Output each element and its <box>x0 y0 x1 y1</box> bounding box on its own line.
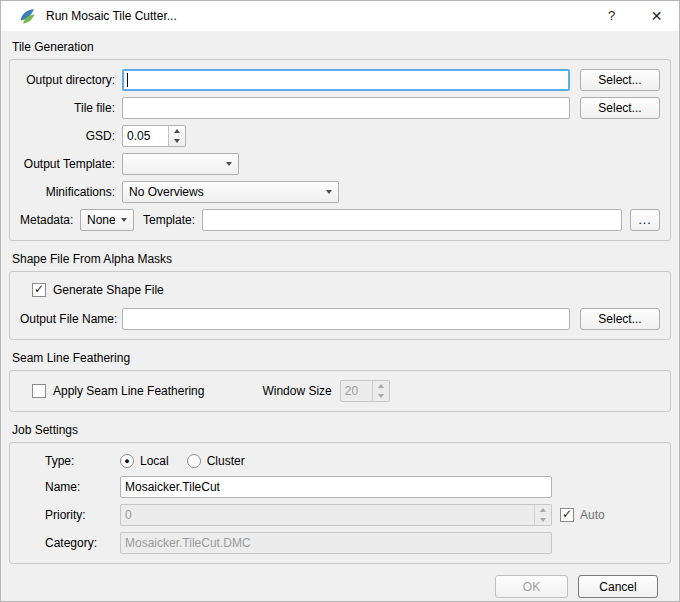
tile-file-row: Tile file: Select... <box>20 97 660 119</box>
radio-local-label[interactable]: Local <box>140 454 169 468</box>
job-name-input[interactable] <box>120 476 552 498</box>
group-seam-line: Seam Line Feathering Apply Seam Line Fea… <box>9 351 671 412</box>
output-directory-input[interactable] <box>122 69 570 91</box>
gsd-row: GSD: 0.05 <box>20 125 660 147</box>
metadata-row: Metadata: None Template: ... <box>20 209 660 231</box>
output-template-select[interactable] <box>122 153 239 175</box>
group-tile-generation: Tile Generation Output directory: Select… <box>9 40 671 241</box>
template-label: Template: <box>143 213 195 227</box>
minifications-select[interactable]: No Overviews <box>122 181 339 203</box>
group-box-shape-file: ✓ Generate Shape File Output File Name: … <box>9 271 671 340</box>
apply-seam-line-label: Apply Seam Line Feathering <box>53 384 204 398</box>
spin-up-icon <box>373 381 389 391</box>
radio-local[interactable]: ● <box>120 454 134 468</box>
chevron-down-icon <box>226 162 232 166</box>
tile-file-select-button[interactable]: Select... <box>580 97 660 119</box>
job-priority-input: 0 <box>120 504 552 526</box>
job-type-label: Type: <box>45 454 120 468</box>
priority-spin-buttons <box>534 505 551 525</box>
metadata-value: None <box>87 213 115 227</box>
app-logo-icon <box>19 8 36 25</box>
chevron-down-icon <box>121 218 127 222</box>
job-priority-row: Priority: 0 ✓ Auto <box>20 504 660 526</box>
group-job-settings: Job Settings Type: ● Local Cluster Name: <box>9 423 671 564</box>
output-directory-select-button[interactable]: Select... <box>580 69 660 91</box>
auto-priority-label: Auto <box>580 508 605 522</box>
minifications-label: Minifications: <box>20 185 122 199</box>
generate-shape-file-checkbox[interactable]: ✓ <box>32 283 46 297</box>
text-caret <box>127 73 128 87</box>
group-box-tile-generation: Output directory: Select... Tile file: S… <box>9 59 671 241</box>
group-title-shape-file: Shape File From Alpha Masks <box>12 252 671 266</box>
tile-file-input[interactable] <box>122 97 570 119</box>
group-box-seam-line: Apply Seam Line Feathering Window Size 2… <box>9 370 671 412</box>
dialog-content: Tile Generation Output directory: Select… <box>1 31 679 602</box>
help-button[interactable]: ? <box>589 1 634 31</box>
output-file-name-row: Output File Name: Select... <box>20 308 660 330</box>
metadata-label: Metadata: <box>20 213 80 227</box>
group-title-tile-generation: Tile Generation <box>12 40 671 54</box>
spin-up-icon[interactable] <box>169 126 185 136</box>
group-shape-file: Shape File From Alpha Masks ✓ Generate S… <box>9 252 671 340</box>
radio-dot-icon: ● <box>124 456 129 465</box>
titlebar: Run Mosaic Tile Cutter... ? ✕ <box>1 1 679 31</box>
output-template-label: Output Template: <box>20 157 122 171</box>
dialog-footer: OK Cancel <box>9 575 671 602</box>
generate-shape-file-row: ✓ Generate Shape File <box>20 281 660 299</box>
job-name-row: Name: <box>20 476 660 498</box>
gsd-spinner[interactable]: 0.05 <box>122 125 186 147</box>
output-directory-row: Output directory: Select... <box>20 69 660 91</box>
output-template-row: Output Template: <box>20 153 660 175</box>
apply-seam-line-checkbox[interactable] <box>32 384 46 398</box>
job-priority-value: 0 <box>125 508 534 522</box>
cancel-button[interactable]: Cancel <box>578 575 658 598</box>
window-title: Run Mosaic Tile Cutter... <box>46 9 589 23</box>
spin-up-icon <box>535 505 551 515</box>
template-browse-button[interactable]: ... <box>630 209 660 231</box>
tile-file-label: Tile file: <box>20 101 122 115</box>
ok-button[interactable]: OK <box>495 575 568 598</box>
window-size-value: 20 <box>341 381 372 401</box>
check-icon: ✓ <box>34 283 44 295</box>
output-directory-label: Output directory: <box>20 73 122 87</box>
window-size-label: Window Size <box>262 384 331 398</box>
group-title-job-settings: Job Settings <box>12 423 671 437</box>
job-category-input <box>120 532 552 554</box>
template-input[interactable] <box>202 209 622 231</box>
chevron-down-icon <box>326 190 332 194</box>
spin-down-icon[interactable] <box>169 136 185 146</box>
gsd-spin-buttons <box>168 126 185 146</box>
spin-down-icon <box>535 515 551 525</box>
radio-cluster[interactable] <box>187 454 201 468</box>
check-icon: ✓ <box>562 508 572 520</box>
gsd-label: GSD: <box>20 129 122 143</box>
job-category-label: Category: <box>45 536 120 550</box>
output-file-name-label: Output File Name: <box>20 312 122 326</box>
job-name-label: Name: <box>45 480 120 494</box>
group-title-seam-line: Seam Line Feathering <box>12 351 671 365</box>
metadata-select[interactable]: None <box>80 209 134 231</box>
group-box-job-settings: Type: ● Local Cluster Name: Priority: <box>9 442 671 564</box>
auto-priority-checkbox[interactable]: ✓ <box>560 508 574 522</box>
output-file-name-input[interactable] <box>122 308 570 330</box>
seam-line-row: Apply Seam Line Feathering Window Size 2… <box>20 380 660 402</box>
close-button[interactable]: ✕ <box>634 1 679 31</box>
radio-cluster-label[interactable]: Cluster <box>207 454 245 468</box>
window-size-spinner: 20 <box>340 380 390 402</box>
output-file-name-select-button[interactable]: Select... <box>580 308 660 330</box>
job-priority-label: Priority: <box>45 508 120 522</box>
gsd-value: 0.05 <box>123 126 168 146</box>
run-mosaic-tile-cutter-dialog: Run Mosaic Tile Cutter... ? ✕ Tile Gener… <box>0 0 680 602</box>
job-type-row: Type: ● Local Cluster <box>20 452 660 470</box>
minifications-row: Minifications: No Overviews <box>20 181 660 203</box>
minifications-value: No Overviews <box>129 185 320 199</box>
job-category-row: Category: <box>20 532 660 554</box>
generate-shape-file-label: Generate Shape File <box>53 283 164 297</box>
spin-down-icon <box>373 391 389 401</box>
window-size-spin-buttons <box>372 381 389 401</box>
